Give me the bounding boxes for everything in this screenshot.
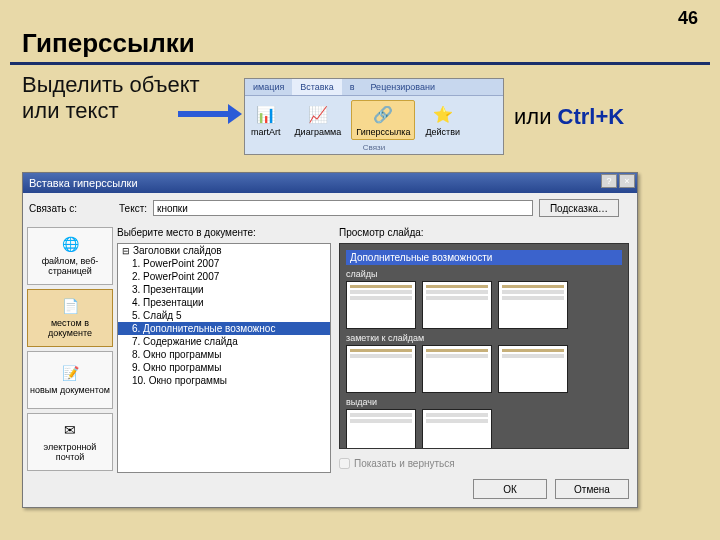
preview-label: Просмотр слайда: [339,227,629,238]
thumb-icon [346,345,416,393]
tree-item[interactable]: 7. Содержание слайда [118,335,330,348]
link-with-label: Связать с: [29,203,105,214]
show-return-row: Показать и вернуться [339,458,455,469]
ribbon-btn-hyperlink[interactable]: 🔗Гиперссылка [351,100,415,140]
divider [10,62,710,65]
slide-preview: Дополнительные возможности слайды заметк… [339,243,629,449]
sidebar-label: файлом, веб-страницей [30,257,110,277]
ribbon-btn-label: Гиперссылка [356,127,410,137]
ribbon-tabs: имация Вставка в Рецензировани [245,79,503,96]
tree-item[interactable]: 10. Окно программы [118,374,330,387]
slide-tree[interactable]: Заголовки слайдов 1. PowerPoint 2007 2. … [117,243,331,473]
help-button[interactable]: ? [601,174,617,188]
shortcut-key: Ctrl+K [558,104,625,129]
tree-item[interactable]: 2. PowerPoint 2007 [118,270,330,283]
slide-title: Гиперссылки [22,28,195,59]
sidebar-email[interactable]: ✉электронной почтой [27,413,113,471]
cancel-button[interactable]: Отмена [555,479,629,499]
thumb-icon [346,281,416,329]
screentip-button[interactable]: Подсказка… [539,199,619,217]
tree-item[interactable]: 1. PowerPoint 2007 [118,257,330,270]
sidebar-label: новым документом [30,386,110,396]
preview-panel: Просмотр слайда: Дополнительные возможно… [339,227,629,449]
tree-item[interactable]: 5. Слайд 5 [118,309,330,322]
link-type-sidebar: 🌐файлом, веб-страницей 📄местом в докумен… [27,227,113,501]
ribbon-btn-chart[interactable]: 📈Диаграмма [291,101,346,139]
preview-section-label: выдачи [346,397,622,407]
chart-icon: 📊 [255,103,277,125]
ribbon-group-label: Связи [245,142,503,154]
tree-item[interactable]: 4. Презентации [118,296,330,309]
globe-icon: 🌐 [61,236,79,254]
sidebar-place-in-doc[interactable]: 📄местом в документе [27,289,113,347]
ribbon-tab[interactable]: в [342,79,363,95]
tree-item[interactable]: 3. Презентации [118,283,330,296]
mail-icon: ✉ [61,422,79,440]
tree-item[interactable]: 9. Окно программы [118,361,330,374]
display-text-input[interactable] [153,200,533,216]
dialog-buttons: ОК Отмена [473,479,629,499]
close-button[interactable]: × [619,174,635,188]
page-number: 46 [678,8,698,29]
dialog-title: Вставка гиперссылки [29,177,138,189]
thumb-icon [422,281,492,329]
text-row: Связать с: Текст: Подсказка… [29,199,631,217]
sidebar-file-web[interactable]: 🌐файлом, веб-страницей [27,227,113,285]
link-icon: 🔗 [372,103,394,125]
dialog-titlebar: Вставка гиперссылки ? × [23,173,637,193]
text-label: Текст: [111,203,147,214]
thumb-icon [498,281,568,329]
ribbon-tab-insert[interactable]: Вставка [292,79,341,95]
ribbon-btn-label: martArt [251,127,281,137]
sidebar-new-doc[interactable]: 📝новым документом [27,351,113,409]
tree-panel: Выберите место в документе: Заголовки сл… [117,227,331,473]
graph-icon: 📈 [307,103,329,125]
ribbon-screenshot: имация Вставка в Рецензировани 📊martArt … [244,78,504,155]
ok-button[interactable]: ОК [473,479,547,499]
ribbon-btn-label: Действи [425,127,460,137]
sidebar-label: электронной почтой [30,443,110,463]
new-doc-icon: 📝 [61,365,79,383]
thumb-icon [422,409,492,449]
ribbon-tab[interactable]: имация [245,79,292,95]
star-icon: ⭐ [432,103,454,125]
preview-section-label: слайды [346,269,622,279]
tree-label: Выберите место в документе: [117,227,331,238]
ribbon-tab[interactable]: Рецензировани [363,79,444,95]
ribbon-body: 📊martArt 📈Диаграмма 🔗Гиперссылка ⭐Действ… [245,96,503,142]
tree-item-selected[interactable]: 6. Дополнительные возможнос [118,322,330,335]
hyperlink-dialog: Вставка гиперссылки ? × Связать с: Текст… [22,172,638,508]
thumb-icon [422,345,492,393]
ribbon-btn-label: Диаграмма [295,127,342,137]
arrow-icon [178,104,242,124]
tree-root[interactable]: Заголовки слайдов [118,244,330,257]
show-return-checkbox [339,458,350,469]
sidebar-label: местом в документе [30,319,110,339]
ribbon-btn-action[interactable]: ⭐Действи [421,101,464,139]
ribbon-btn-smartart[interactable]: 📊martArt [247,101,285,139]
thumb-icon [346,409,416,449]
document-icon: 📄 [61,298,79,316]
thumb-icon [498,345,568,393]
show-return-label: Показать и вернуться [354,458,455,469]
preview-slide-title: Дополнительные возможности [346,250,622,265]
tree-item[interactable]: 8. Окно программы [118,348,330,361]
shortcut-prefix: или [514,104,558,129]
shortcut-text: или Ctrl+K [514,104,624,130]
preview-section-label: заметки к слайдам [346,333,622,343]
